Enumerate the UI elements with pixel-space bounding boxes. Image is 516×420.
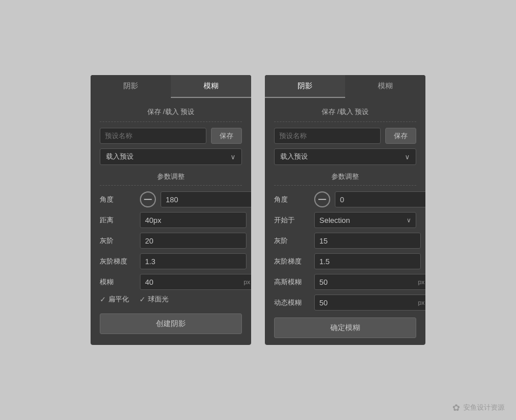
panel-right: 阴影 模糊 保存 /载入 预设 保存 载入预设 ∨ 参数调整 角度 d bbox=[265, 75, 425, 345]
tab-right-blur[interactable]: 模糊 bbox=[345, 75, 425, 98]
checkbox-spherical[interactable]: ✓ 球面光 bbox=[139, 295, 169, 304]
checkbox-label-spherical: 球面光 bbox=[148, 295, 169, 304]
param-value-right-3[interactable] bbox=[319, 257, 416, 266]
param-row-right-4: 高斯模糊 px bbox=[274, 274, 416, 290]
footer-text: 安鱼设计资源 bbox=[463, 403, 505, 413]
param-unit-left-4: px bbox=[244, 278, 251, 285]
param-row-right-5: 动态模糊 px bbox=[274, 295, 416, 311]
param-label-right-0: 角度 bbox=[274, 195, 314, 205]
param-input-right-2 bbox=[314, 233, 421, 249]
param-input-right-0: deg bbox=[335, 191, 425, 207]
load-dropdown-label-left: 载入预设 bbox=[106, 152, 134, 162]
param-row-right-2: 灰阶 bbox=[274, 233, 416, 249]
tab-bar-left: 阴影 模糊 bbox=[91, 75, 251, 98]
divider-right-1 bbox=[274, 121, 416, 122]
save-section-title-left: 保存 /载入 预设 bbox=[100, 107, 242, 117]
main-wrapper: 阴影 模糊 保存 /载入 预设 保存 载入预设 ∨ 参数调整 角度 d bbox=[68, 52, 448, 368]
preset-input-right[interactable] bbox=[274, 128, 381, 144]
panel-left-body: 保存 /载入 预设 保存 载入预设 ∨ 参数调整 角度 deg bbox=[91, 98, 251, 341]
param-value-left-2[interactable] bbox=[145, 237, 241, 245]
preset-input-left[interactable] bbox=[100, 128, 206, 144]
param-value-left-1[interactable] bbox=[145, 216, 241, 225]
save-section-title-right: 保存 /载入 预设 bbox=[274, 107, 416, 117]
param-row-left-1: 距离 bbox=[100, 212, 242, 228]
load-dropdown-left[interactable]: 载入预设 ∨ bbox=[100, 148, 242, 165]
param-label-right-2: 灰阶 bbox=[274, 236, 314, 246]
param-label-right-4: 高斯模糊 bbox=[274, 277, 314, 287]
param-value-left-4[interactable] bbox=[145, 278, 241, 286]
params-title-right: 参数调整 bbox=[274, 172, 416, 182]
divider-right-2 bbox=[274, 185, 416, 186]
selection-arrow-icon: ∨ bbox=[406, 217, 411, 224]
param-row-left-4: 模糊 px bbox=[100, 274, 242, 290]
checkbox-row-left: ✓ 扁平化 ✓ 球面光 bbox=[100, 295, 242, 304]
param-value-right-0[interactable] bbox=[340, 195, 425, 204]
load-dropdown-label-right: 载入预设 bbox=[280, 152, 308, 162]
param-label-right-5: 动态模糊 bbox=[274, 298, 314, 308]
param-input-left-4: px bbox=[140, 274, 251, 290]
param-row-left-2: 灰阶 bbox=[100, 233, 242, 249]
param-row-right-0: 角度 deg bbox=[274, 191, 416, 207]
param-value-right-5[interactable] bbox=[319, 299, 416, 307]
param-row-left-3: 灰阶梯度 bbox=[100, 253, 242, 269]
angle-icon-left bbox=[140, 191, 156, 207]
action-btn-left[interactable]: 创建阴影 bbox=[100, 313, 242, 334]
param-input-right-3 bbox=[314, 253, 421, 269]
param-label-left-0: 角度 bbox=[100, 195, 140, 205]
preset-row-right: 保存 bbox=[274, 128, 416, 144]
param-input-left-3 bbox=[140, 253, 247, 269]
panel-right-body: 保存 /载入 预设 保存 载入预设 ∨ 参数调整 角度 deg bbox=[265, 98, 425, 345]
checkbox-flatten[interactable]: ✓ 扁平化 bbox=[100, 295, 129, 304]
param-input-left-0: deg bbox=[161, 191, 251, 207]
action-btn-right[interactable]: 确定模糊 bbox=[274, 317, 416, 338]
param-input-left-2 bbox=[140, 233, 247, 249]
param-label-right-3: 灰阶梯度 bbox=[274, 257, 314, 266]
selection-value: Selection bbox=[319, 216, 350, 225]
selection-dropdown[interactable]: Selection ∨ bbox=[314, 212, 416, 228]
tab-left-shadow[interactable]: 阴影 bbox=[91, 75, 171, 98]
tab-right-shadow[interactable]: 阴影 bbox=[265, 75, 345, 98]
param-input-right-5: px bbox=[314, 295, 425, 311]
load-dropdown-right[interactable]: 载入预设 ∨ bbox=[274, 148, 416, 165]
param-input-left-1 bbox=[140, 212, 247, 228]
save-btn-left[interactable]: 保存 bbox=[211, 128, 242, 144]
footer-bar: ✿ 安鱼设计资源 bbox=[452, 402, 505, 413]
divider-left-1 bbox=[100, 121, 242, 122]
tab-bar-right: 阴影 模糊 bbox=[265, 75, 425, 98]
dropdown-arrow-left: ∨ bbox=[230, 153, 236, 161]
param-unit-right-4: px bbox=[418, 278, 425, 285]
save-btn-right[interactable]: 保存 bbox=[385, 128, 416, 144]
param-value-right-4[interactable] bbox=[319, 278, 416, 286]
param-row-right-1: 开始于 Selection ∨ bbox=[274, 212, 416, 228]
tab-left-blur[interactable]: 模糊 bbox=[171, 75, 251, 98]
dropdown-arrow-right: ∨ bbox=[405, 153, 410, 161]
checkbox-label-flatten: 扁平化 bbox=[108, 295, 129, 304]
param-label-left-4: 模糊 bbox=[100, 277, 140, 287]
footer-logo: ✿ bbox=[452, 402, 460, 413]
params-title-left: 参数调整 bbox=[100, 172, 242, 182]
param-row-left-0: 角度 deg bbox=[100, 191, 242, 207]
divider-left-2 bbox=[100, 185, 242, 186]
checkbox-mark-flatten: ✓ bbox=[100, 295, 106, 304]
param-value-right-2[interactable] bbox=[319, 237, 416, 245]
panel-left: 阴影 模糊 保存 /载入 预设 保存 载入预设 ∨ 参数调整 角度 d bbox=[91, 75, 251, 345]
param-row-right-3: 灰阶梯度 bbox=[274, 253, 416, 269]
param-value-left-3[interactable] bbox=[145, 257, 241, 266]
param-input-right-4: px bbox=[314, 274, 425, 290]
param-label-left-1: 距离 bbox=[100, 215, 140, 225]
param-unit-right-5: px bbox=[418, 299, 425, 306]
param-label-left-2: 灰阶 bbox=[100, 236, 140, 246]
param-label-right-1: 开始于 bbox=[274, 215, 314, 225]
preset-row-left: 保存 bbox=[100, 128, 242, 144]
param-value-left-0[interactable] bbox=[166, 195, 251, 204]
param-label-left-3: 灰阶梯度 bbox=[100, 257, 140, 266]
checkbox-mark-spherical: ✓ bbox=[139, 295, 146, 304]
angle-icon-right bbox=[314, 191, 330, 207]
